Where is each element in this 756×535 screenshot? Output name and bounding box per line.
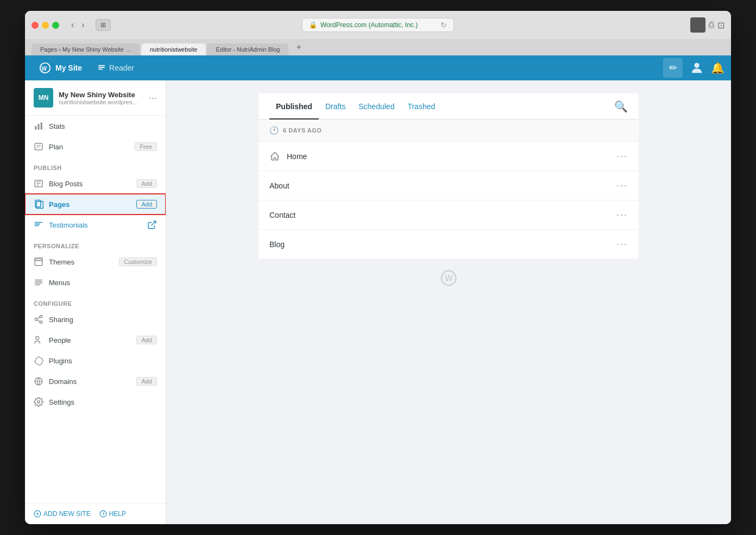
help-button[interactable]: ? HELP bbox=[99, 510, 126, 518]
share-button[interactable]: ⎙ bbox=[709, 17, 714, 33]
top-navigation: W My Site Reader ✏ 🔔 bbox=[25, 55, 731, 80]
sidebar-item-testimonials[interactable]: Testimonials bbox=[25, 215, 166, 235]
wordpress-footer-logo: W bbox=[440, 269, 457, 289]
notifications-button[interactable]: 🔔 bbox=[711, 61, 724, 74]
help-icon: ? bbox=[99, 510, 107, 518]
window-toggle-button[interactable]: ⊞ bbox=[96, 19, 111, 31]
plugins-icon bbox=[34, 356, 43, 366]
maximize-button[interactable] bbox=[52, 22, 59, 29]
profile-button[interactable] bbox=[687, 58, 707, 78]
menus-icon bbox=[34, 278, 43, 287]
page-name-contact: Contact bbox=[269, 211, 616, 219]
svg-point-32 bbox=[37, 401, 40, 404]
site-header: MN My New Shiny Website nutritionistwebs… bbox=[25, 80, 166, 116]
sidebar-bottom: ADD NEW SITE ? HELP bbox=[25, 503, 166, 524]
svg-point-26 bbox=[40, 321, 42, 324]
minimize-button[interactable] bbox=[42, 22, 49, 29]
svg-point-24 bbox=[40, 316, 42, 318]
sidebar-item-settings[interactable]: Settings bbox=[25, 392, 166, 412]
my-site-label: My Site bbox=[55, 64, 82, 72]
svg-point-29 bbox=[36, 336, 39, 339]
stats-label: Stats bbox=[49, 122, 157, 130]
page-item-home[interactable]: Home ··· bbox=[259, 142, 639, 171]
help-label: HELP bbox=[109, 510, 126, 518]
sidebar-item-menus[interactable]: Menus bbox=[25, 272, 166, 293]
browser-tab-nutritionist[interactable]: nutritionistwebsite bbox=[141, 43, 206, 55]
blog-posts-label: Blog Posts bbox=[49, 180, 131, 188]
new-tab-button[interactable]: + bbox=[292, 39, 305, 55]
forward-button[interactable]: › bbox=[78, 19, 87, 31]
tab-published[interactable]: Published bbox=[269, 93, 319, 119]
domains-label: Domains bbox=[49, 377, 131, 386]
add-new-site-button[interactable]: ADD NEW SITE bbox=[34, 510, 91, 518]
home-icon bbox=[269, 151, 280, 162]
svg-text:W: W bbox=[445, 274, 453, 283]
sidebar-item-blog-posts[interactable]: Blog Posts Add bbox=[25, 173, 166, 194]
pages-label: Pages bbox=[49, 200, 131, 209]
page-menu-about[interactable]: ··· bbox=[616, 180, 628, 191]
sidebar-item-themes[interactable]: Themes Customize bbox=[25, 251, 166, 272]
people-icon bbox=[34, 335, 43, 345]
page-name-blog: Blog bbox=[269, 240, 616, 249]
themes-customize-button[interactable]: Customize bbox=[119, 257, 157, 266]
titlebar-actions: ⎙ ⊡ bbox=[690, 17, 724, 33]
my-site-nav-item[interactable]: W My Site bbox=[32, 62, 90, 74]
url-bar[interactable]: 🔒 WordPress.com (Automattic, Inc.) ↻ bbox=[302, 18, 454, 32]
topnav-right: ✏ 🔔 bbox=[663, 58, 724, 78]
sidebar-item-domains[interactable]: Domains Add bbox=[25, 371, 166, 392]
content-area: Published Drafts Scheduled Trashed 🔍 🕐 6… bbox=[166, 80, 731, 524]
sidebar-item-people[interactable]: People Add bbox=[25, 330, 166, 350]
svg-rect-4 bbox=[98, 68, 103, 70]
new-tab-button[interactable]: ⊡ bbox=[717, 17, 724, 33]
people-label: People bbox=[49, 336, 131, 344]
add-new-site-label: ADD NEW SITE bbox=[43, 510, 91, 518]
themes-label: Themes bbox=[49, 258, 114, 266]
traffic-lights bbox=[32, 22, 59, 29]
sharing-label: Sharing bbox=[49, 316, 157, 324]
app: W My Site Reader ✏ 🔔 MN bbox=[25, 55, 731, 524]
pages-icon bbox=[34, 199, 43, 209]
page-item-about[interactable]: About ··· bbox=[259, 171, 639, 200]
domains-add-button[interactable]: Add bbox=[136, 377, 157, 386]
reload-icon[interactable]: ↻ bbox=[440, 21, 447, 29]
settings-icon bbox=[34, 397, 43, 407]
compose-button[interactable]: ✏ bbox=[663, 58, 683, 78]
page-menu-contact[interactable]: ··· bbox=[616, 209, 628, 221]
reader-nav-item[interactable]: Reader bbox=[90, 64, 142, 72]
settings-label: Settings bbox=[49, 398, 157, 406]
people-add-button[interactable]: Add bbox=[136, 336, 157, 344]
pages-panel: Published Drafts Scheduled Trashed 🔍 🕐 6… bbox=[259, 93, 639, 259]
pages-add-button[interactable]: Add bbox=[136, 200, 157, 209]
tab-trashed[interactable]: Trashed bbox=[401, 93, 442, 119]
page-item-contact[interactable]: Contact ··· bbox=[259, 200, 639, 230]
back-button[interactable]: ‹ bbox=[68, 19, 77, 31]
page-name-home: Home bbox=[287, 152, 616, 161]
sidebar-item-plugins[interactable]: Plugins bbox=[25, 350, 166, 371]
sidebar-item-pages[interactable]: Pages Add bbox=[25, 194, 166, 215]
tab-drafts[interactable]: Drafts bbox=[319, 93, 352, 119]
sidebar-item-stats[interactable]: Stats bbox=[25, 116, 166, 136]
wp-logo-icon: W bbox=[440, 269, 457, 287]
blog-posts-add-button[interactable]: Add bbox=[136, 179, 157, 188]
browser-tabs: Pages ‹ My New Shiny Website — WordPress… bbox=[25, 39, 731, 55]
sidebar-item-plan[interactable]: Plan Free bbox=[25, 136, 166, 157]
page-menu-home[interactable]: ··· bbox=[616, 150, 628, 162]
tab-scheduled[interactable]: Scheduled bbox=[352, 93, 401, 119]
add-new-site-icon bbox=[34, 510, 41, 518]
site-name: My New Shiny Website bbox=[59, 91, 143, 99]
page-menu-blog[interactable]: ··· bbox=[616, 238, 628, 250]
search-icon[interactable]: 🔍 bbox=[614, 100, 628, 113]
blog-posts-icon bbox=[34, 179, 43, 188]
browser-tab-pages[interactable]: Pages ‹ My New Shiny Website — WordPress… bbox=[32, 43, 140, 55]
close-button[interactable] bbox=[32, 22, 39, 29]
sidebar-item-sharing[interactable]: Sharing bbox=[25, 309, 166, 330]
site-info: My New Shiny Website nutritionistwebsite… bbox=[59, 91, 143, 105]
profile-icon bbox=[689, 60, 704, 75]
svg-rect-6 bbox=[35, 126, 36, 130]
browser-tab-editor[interactable]: Editor - NutriAdmin Blog bbox=[207, 43, 288, 55]
date-label: 6 DAYS AGO bbox=[283, 127, 322, 134]
page-item-blog[interactable]: Blog ··· bbox=[259, 230, 639, 259]
site-menu-button[interactable]: ··· bbox=[149, 92, 157, 104]
testimonials-label: Testimonials bbox=[49, 221, 88, 229]
stats-icon bbox=[34, 121, 43, 131]
